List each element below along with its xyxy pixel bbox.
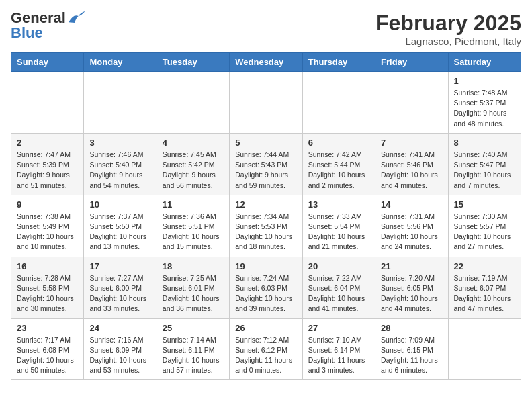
day-number: 22 (454, 261, 515, 271)
calendar-day-24: 24Sunrise: 7:16 AM Sunset: 6:09 PM Dayli… (84, 318, 157, 380)
day-number: 20 (308, 261, 369, 271)
day-number: 2 (17, 138, 78, 148)
day-info: Sunrise: 7:12 AM Sunset: 6:12 PM Dayligh… (235, 335, 296, 376)
calendar-header-row: SundayMondayTuesdayWednesdayThursdayFrid… (11, 53, 521, 72)
day-info: Sunrise: 7:33 AM Sunset: 5:54 PM Dayligh… (308, 212, 369, 253)
day-number: 11 (163, 199, 224, 210)
calendar-empty-cell (11, 72, 84, 134)
day-number: 16 (17, 261, 78, 271)
calendar-empty-cell (375, 72, 448, 134)
calendar-table: SundayMondayTuesdayWednesdayThursdayFrid… (11, 52, 521, 380)
day-info: Sunrise: 7:34 AM Sunset: 5:53 PM Dayligh… (235, 212, 296, 253)
logo-wordmark: General Blue (11, 11, 86, 40)
calendar-day-2: 2Sunrise: 7:47 AM Sunset: 5:39 PM Daylig… (11, 133, 84, 195)
logo-general: General (11, 11, 66, 26)
day-info: Sunrise: 7:48 AM Sunset: 5:37 PM Dayligh… (454, 88, 515, 129)
day-number: 8 (454, 138, 515, 148)
day-number: 23 (17, 323, 78, 333)
day-info: Sunrise: 7:17 AM Sunset: 6:08 PM Dayligh… (17, 335, 78, 376)
logo-blue-text: Blue (11, 26, 86, 40)
day-info: Sunrise: 7:16 AM Sunset: 6:09 PM Dayligh… (89, 335, 150, 376)
calendar-header-friday: Friday (375, 53, 448, 72)
day-info: Sunrise: 7:09 AM Sunset: 6:15 PM Dayligh… (381, 335, 442, 376)
calendar-day-6: 6Sunrise: 7:42 AM Sunset: 5:44 PM Daylig… (302, 133, 375, 195)
calendar-day-26: 26Sunrise: 7:12 AM Sunset: 6:12 PM Dayli… (230, 318, 302, 380)
calendar-day-4: 4Sunrise: 7:45 AM Sunset: 5:42 PM Daylig… (157, 133, 229, 195)
day-info: Sunrise: 7:24 AM Sunset: 6:03 PM Dayligh… (235, 273, 296, 314)
day-info: Sunrise: 7:40 AM Sunset: 5:47 PM Dayligh… (454, 150, 515, 191)
day-info: Sunrise: 7:42 AM Sunset: 5:44 PM Dayligh… (308, 150, 369, 191)
calendar-week-row: 1Sunrise: 7:48 AM Sunset: 5:37 PM Daylig… (11, 72, 521, 134)
calendar-empty-cell (302, 72, 375, 134)
day-number: 26 (235, 323, 296, 333)
calendar-week-row: 16Sunrise: 7:28 AM Sunset: 5:58 PM Dayli… (11, 257, 521, 318)
logo-bird-icon (67, 10, 86, 24)
calendar-header-wednesday: Wednesday (230, 53, 302, 72)
day-number: 28 (381, 323, 442, 333)
calendar-header-saturday: Saturday (448, 53, 521, 72)
calendar-header-monday: Monday (84, 53, 157, 72)
title-block: February 2025 Lagnasco, Piedmont, Italy (375, 11, 521, 47)
day-number: 10 (89, 199, 150, 210)
day-number: 21 (381, 261, 442, 271)
calendar-day-19: 19Sunrise: 7:24 AM Sunset: 6:03 PM Dayli… (230, 257, 302, 318)
calendar-day-18: 18Sunrise: 7:25 AM Sunset: 6:01 PM Dayli… (157, 257, 229, 318)
calendar-day-5: 5Sunrise: 7:44 AM Sunset: 5:43 PM Daylig… (230, 133, 302, 195)
calendar-day-3: 3Sunrise: 7:46 AM Sunset: 5:40 PM Daylig… (84, 133, 157, 195)
calendar-day-20: 20Sunrise: 7:22 AM Sunset: 6:04 PM Dayli… (302, 257, 375, 318)
day-number: 18 (163, 261, 224, 271)
day-number: 5 (235, 138, 296, 148)
calendar-day-21: 21Sunrise: 7:20 AM Sunset: 6:05 PM Dayli… (375, 257, 448, 318)
day-info: Sunrise: 7:37 AM Sunset: 5:50 PM Dayligh… (89, 212, 150, 253)
calendar-day-1: 1Sunrise: 7:48 AM Sunset: 5:37 PM Daylig… (448, 72, 521, 134)
logo: General Blue (11, 11, 86, 40)
calendar-empty-cell (157, 72, 229, 134)
calendar-empty-cell (448, 318, 521, 380)
calendar-empty-cell (230, 72, 302, 134)
location: Lagnasco, Piedmont, Italy (375, 36, 521, 47)
calendar-day-25: 25Sunrise: 7:14 AM Sunset: 6:11 PM Dayli… (157, 318, 229, 380)
day-info: Sunrise: 7:27 AM Sunset: 6:00 PM Dayligh… (89, 273, 150, 314)
day-info: Sunrise: 7:19 AM Sunset: 6:07 PM Dayligh… (454, 273, 515, 314)
day-number: 15 (454, 199, 515, 210)
day-info: Sunrise: 7:25 AM Sunset: 6:01 PM Dayligh… (163, 273, 224, 314)
page-header: General Blue February 2025 Lagnasco, Pie… (11, 11, 521, 47)
calendar-day-7: 7Sunrise: 7:41 AM Sunset: 5:46 PM Daylig… (375, 133, 448, 195)
calendar-header-tuesday: Tuesday (157, 53, 229, 72)
day-number: 6 (308, 138, 369, 148)
calendar-day-14: 14Sunrise: 7:31 AM Sunset: 5:56 PM Dayli… (375, 195, 448, 257)
day-number: 19 (235, 261, 296, 271)
day-number: 14 (381, 199, 442, 210)
day-info: Sunrise: 7:20 AM Sunset: 6:05 PM Dayligh… (381, 273, 442, 314)
day-number: 7 (381, 138, 442, 148)
day-info: Sunrise: 7:44 AM Sunset: 5:43 PM Dayligh… (235, 150, 296, 191)
day-info: Sunrise: 7:36 AM Sunset: 5:51 PM Dayligh… (163, 212, 224, 253)
calendar-day-9: 9Sunrise: 7:38 AM Sunset: 5:49 PM Daylig… (11, 195, 84, 257)
calendar-day-22: 22Sunrise: 7:19 AM Sunset: 6:07 PM Dayli… (448, 257, 521, 318)
day-info: Sunrise: 7:14 AM Sunset: 6:11 PM Dayligh… (163, 335, 224, 376)
calendar-week-row: 9Sunrise: 7:38 AM Sunset: 5:49 PM Daylig… (11, 195, 521, 257)
calendar-day-28: 28Sunrise: 7:09 AM Sunset: 6:15 PM Dayli… (375, 318, 448, 380)
calendar-day-17: 17Sunrise: 7:27 AM Sunset: 6:00 PM Dayli… (84, 257, 157, 318)
day-number: 24 (89, 323, 150, 333)
day-info: Sunrise: 7:31 AM Sunset: 5:56 PM Dayligh… (381, 212, 442, 253)
calendar-day-23: 23Sunrise: 7:17 AM Sunset: 6:08 PM Dayli… (11, 318, 84, 380)
calendar-day-13: 13Sunrise: 7:33 AM Sunset: 5:54 PM Dayli… (302, 195, 375, 257)
day-number: 3 (89, 138, 150, 148)
calendar-header-sunday: Sunday (11, 53, 84, 72)
day-number: 25 (163, 323, 224, 333)
day-number: 13 (308, 199, 369, 210)
day-info: Sunrise: 7:38 AM Sunset: 5:49 PM Dayligh… (17, 212, 78, 253)
day-number: 1 (454, 76, 515, 86)
day-number: 4 (163, 138, 224, 148)
calendar-day-8: 8Sunrise: 7:40 AM Sunset: 5:47 PM Daylig… (448, 133, 521, 195)
month-title: February 2025 (375, 11, 521, 36)
calendar-day-12: 12Sunrise: 7:34 AM Sunset: 5:53 PM Dayli… (230, 195, 302, 257)
day-number: 27 (308, 323, 369, 333)
calendar-day-16: 16Sunrise: 7:28 AM Sunset: 5:58 PM Dayli… (11, 257, 84, 318)
calendar-week-row: 23Sunrise: 7:17 AM Sunset: 6:08 PM Dayli… (11, 318, 521, 380)
day-number: 9 (17, 199, 78, 210)
calendar-week-row: 2Sunrise: 7:47 AM Sunset: 5:39 PM Daylig… (11, 133, 521, 195)
calendar-header-thursday: Thursday (302, 53, 375, 72)
day-info: Sunrise: 7:47 AM Sunset: 5:39 PM Dayligh… (17, 150, 78, 191)
